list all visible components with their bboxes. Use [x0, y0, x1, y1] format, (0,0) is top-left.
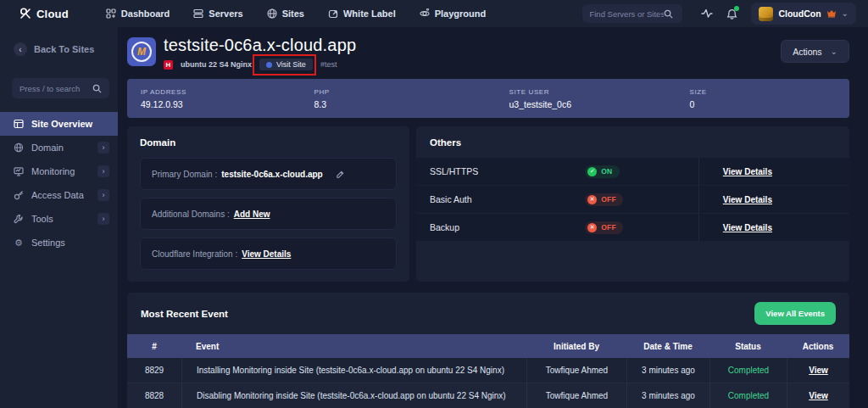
event-initiated-by: Towfique Ahmed	[526, 358, 626, 383]
nav-item-dashboard[interactable]: Dashboard	[106, 8, 170, 19]
status-text: OFF	[601, 195, 616, 204]
sidebar-item-access-data[interactable]: Access Data ›	[0, 183, 118, 207]
servers-icon	[193, 8, 203, 19]
sidebar: ‹ Back To Sites Site Overview Domain	[0, 27, 118, 408]
info-site-user: SITE USER u3_testsite_0c6	[496, 88, 676, 109]
info-ip-address: IP ADDRESS 49.12.0.93	[127, 88, 300, 109]
sidebar-item-site-overview[interactable]: Site Overview	[0, 112, 118, 136]
search-icon	[92, 84, 102, 93]
site-favicon: M	[127, 37, 156, 66]
global-search[interactable]	[582, 4, 682, 23]
sidebar-search[interactable]	[12, 78, 109, 98]
xcloud-logo[interactable]: Cloud	[19, 7, 69, 20]
nav-item-label: Dashboard	[121, 8, 170, 19]
actions-button[interactable]: Actions ⌄	[781, 40, 849, 63]
cloudflare-label: Cloudflare Integration :	[152, 249, 237, 259]
event-table-row: 8829 Installing Monitoring inside Site (…	[127, 358, 849, 383]
sidebar-item-settings[interactable]: ⚙ Settings	[0, 231, 118, 254]
sidebar-item-tools[interactable]: Tools ›	[0, 207, 118, 231]
site-info-bar: IP ADDRESS 49.12.0.93 PHP 8.3 SITE USER …	[127, 79, 849, 118]
sidebar-search-input[interactable]	[19, 84, 91, 93]
visit-site-label: Visit Site	[276, 60, 306, 69]
backup-label: Backup	[430, 222, 585, 232]
key-icon	[14, 190, 24, 200]
view-all-events-button[interactable]: View All Events	[754, 302, 836, 325]
event-time: 3 minutes ago	[626, 358, 709, 383]
activity-icon[interactable]	[701, 8, 713, 19]
basic-auth-label: Basic Auth	[430, 194, 585, 204]
backup-view-details-link[interactable]: View Details	[723, 223, 772, 232]
monitoring-icon	[14, 166, 24, 176]
nav-item-white-label[interactable]: White Label	[328, 8, 396, 19]
primary-domain-row: Primary Domain : testsite-0c6a.x-cloud.a…	[140, 158, 397, 190]
user-menu[interactable]: CloudCon ⌄	[751, 3, 856, 25]
event-initiated-by: Towfique Ahmed	[526, 383, 626, 408]
back-to-sites-button[interactable]: ‹ Back To Sites	[0, 42, 118, 56]
info-size: SIZE 0	[676, 88, 849, 109]
main-content: M testsite-0c6a.x-cloud.app H ubuntu 22 …	[118, 27, 868, 408]
avatar	[759, 7, 773, 21]
user-name: CloudCon	[778, 8, 821, 19]
notification-dot	[734, 6, 739, 11]
nav-item-playground[interactable]: Playground	[420, 8, 487, 19]
event-description: Disabling Monitoring inside Site (testsi…	[181, 383, 526, 408]
ssl-view-details-link[interactable]: View Details	[723, 167, 772, 176]
wrench-icon	[14, 214, 24, 224]
basic-auth-view-details-link[interactable]: View Details	[723, 195, 772, 204]
events-table-header: # Event Initiated By Date & Time Status …	[127, 334, 849, 358]
event-status: Completed	[709, 383, 787, 408]
back-to-sites-label: Back To Sites	[34, 44, 94, 54]
nav-item-label: Servers	[209, 8, 242, 19]
cross-icon: ✕	[587, 223, 597, 232]
status-text: ON	[601, 167, 612, 176]
site-overview-icon	[14, 119, 24, 129]
global-search-input[interactable]	[589, 9, 664, 19]
others-card: Others SSL/HTTPS ✓ ON View Details Basic…	[416, 126, 849, 282]
ssl-label: SSL/HTTPS	[430, 166, 585, 176]
col-initiated-by: Initiated By	[526, 342, 626, 351]
visit-site-button[interactable]: Visit Site	[259, 59, 313, 70]
hetzner-provider-icon: H	[164, 60, 173, 70]
xcloud-logo-icon	[19, 7, 32, 20]
cloudflare-view-details-link[interactable]: View Details	[242, 249, 291, 259]
recent-events-card: Most Recent Event View All Events # Even…	[127, 293, 849, 408]
sidebar-item-label: Settings	[31, 238, 109, 248]
info-php: PHP 8.3	[300, 88, 495, 109]
edit-pencil-icon[interactable]	[336, 170, 345, 179]
nav-item-servers[interactable]: Servers	[193, 8, 242, 19]
col-id: #	[127, 342, 181, 351]
chevron-right-icon: ›	[97, 213, 109, 225]
sidebar-item-label: Access Data	[31, 190, 90, 200]
event-status: Completed	[709, 358, 787, 383]
nav-item-sites[interactable]: Sites	[267, 8, 304, 19]
info-value: 49.12.0.93	[141, 99, 300, 109]
search-icon	[664, 9, 673, 19]
chevron-down-icon: ⌄	[831, 48, 837, 56]
logo-text: Cloud	[36, 8, 69, 20]
sidebar-item-label: Domain	[31, 143, 90, 153]
sidebar-item-label: Site Overview	[31, 119, 109, 129]
info-label: IP ADDRESS	[141, 88, 300, 96]
events-card-title: Most Recent Event	[141, 309, 228, 319]
event-id: 8829	[127, 358, 181, 383]
event-view-link[interactable]: View	[809, 391, 828, 400]
chevron-right-icon: ›	[97, 189, 109, 201]
nav-item-label: White Label	[343, 8, 396, 19]
chevron-down-icon: ⌄	[842, 9, 849, 18]
col-status: Status	[709, 342, 787, 351]
site-status-dot	[266, 62, 272, 68]
sidebar-item-monitoring[interactable]: Monitoring ›	[0, 159, 118, 183]
domain-card-title: Domain	[140, 137, 397, 148]
sidebar-item-label: Tools	[31, 214, 90, 224]
event-view-link[interactable]: View	[809, 366, 828, 375]
white-label-icon	[328, 8, 338, 19]
dashboard-icon	[106, 8, 116, 19]
basic-auth-status-badge: ✕ OFF	[585, 193, 623, 206]
event-time: 3 minutes ago	[626, 383, 709, 408]
cross-icon: ✕	[587, 195, 597, 204]
sidebar-item-domain[interactable]: Domain ›	[0, 136, 118, 159]
sidebar-item-label: Monitoring	[31, 166, 90, 176]
add-new-domain-link[interactable]: Add New	[234, 210, 270, 219]
notifications-bell-icon[interactable]	[726, 8, 737, 20]
info-value: u3_testsite_0c6	[509, 99, 676, 109]
